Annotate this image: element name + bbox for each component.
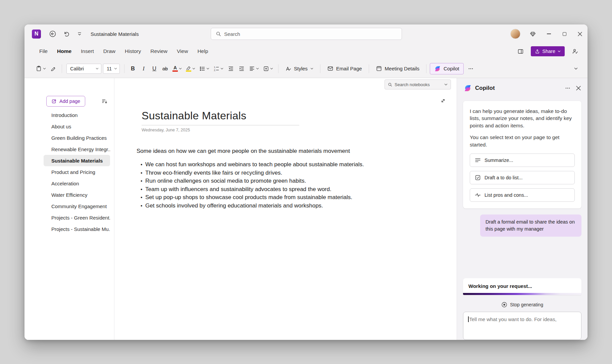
search-input[interactable]: Search — [211, 28, 402, 40]
page-title-box[interactable]: Sustainable Materials — [142, 110, 299, 125]
tab-help[interactable]: Help — [193, 46, 213, 56]
increase-indent-button[interactable] — [237, 63, 247, 74]
bullet-list: We can host fun workshops and webinars t… — [137, 161, 443, 210]
stop-generating-button[interactable]: Stop generating — [498, 300, 547, 309]
tab-insert[interactable]: Insert — [76, 46, 99, 56]
sort-pages-button[interactable] — [99, 96, 110, 107]
copilot-toolbar-button[interactable]: Copilot — [430, 63, 464, 74]
back-button[interactable] — [47, 28, 58, 40]
paste-button[interactable] — [34, 63, 48, 74]
bullet-item[interactable]: Get schools involved by offering educati… — [145, 202, 443, 210]
email-page-label: Email Page — [336, 66, 362, 71]
bullet-item[interactable]: Team up with influencers and sustainabil… — [145, 185, 443, 194]
expand-page-button[interactable] — [438, 96, 448, 106]
tag-button[interactable] — [261, 63, 275, 74]
add-page-row: Add page — [46, 96, 110, 107]
avatar[interactable] — [510, 29, 520, 39]
intro-paragraph[interactable]: Some ideas on how we can get more people… — [137, 148, 443, 155]
copilot-status-card: Working on your request... — [463, 278, 581, 295]
diamond-icon — [529, 31, 536, 37]
format-painter-icon — [50, 66, 56, 72]
maximize-button[interactable] — [557, 24, 572, 43]
presence-button[interactable] — [569, 46, 581, 57]
tab-view[interactable]: View — [172, 46, 193, 56]
undo-icon — [63, 31, 69, 37]
toolbar-divider — [320, 64, 320, 73]
tab-home[interactable]: Home — [52, 46, 76, 56]
strikethrough-button[interactable]: ab — [160, 63, 170, 74]
share-button[interactable]: Share — [531, 46, 565, 56]
tab-file[interactable]: File — [35, 46, 52, 56]
toolbar-divider — [278, 64, 278, 73]
close-button[interactable] — [572, 24, 588, 43]
tab-review[interactable]: Review — [146, 46, 172, 56]
page-item-acceleration[interactable]: Acceleration — [44, 178, 110, 189]
underline-button[interactable]: U — [149, 63, 159, 74]
expand-icon — [440, 98, 446, 104]
alignment-button[interactable] — [247, 63, 261, 74]
bullet-list-button[interactable] — [198, 63, 211, 74]
minimize-button[interactable] — [541, 24, 557, 43]
chevron-down-icon — [310, 67, 313, 70]
stop-generating-label: Stop generating — [510, 302, 543, 307]
draft-todo-button[interactable]: Draft a to do list... — [470, 171, 575, 184]
search-notebooks-input[interactable]: Search notebooks — [385, 79, 451, 89]
font-size-value: 11 — [107, 66, 112, 71]
copilot-chat-input[interactable]: Tell me what you want to do. For ideas, — [463, 312, 581, 340]
font-color-button[interactable]: A — [171, 63, 184, 74]
email-page-button[interactable]: Email Page — [324, 63, 365, 74]
font-name-select[interactable]: Calibri — [66, 64, 101, 74]
page-item-green-building[interactable]: Green Building Practices — [44, 132, 110, 143]
tab-draw[interactable]: Draw — [99, 46, 120, 56]
stop-icon — [501, 302, 507, 308]
page-item-renewable-energy[interactable]: Renewable Energy Integr... — [44, 143, 110, 155]
side-panes-button[interactable] — [515, 46, 526, 57]
pros-cons-button[interactable]: List pros and cons... — [470, 188, 575, 202]
main-area: Add page Introduction About us Green Bui… — [24, 78, 457, 340]
chevron-down-icon — [43, 67, 46, 70]
meeting-details-button[interactable]: Meeting Details — [372, 63, 423, 74]
page-item-about-us[interactable]: About us — [44, 121, 110, 132]
collapse-ribbon-button[interactable] — [571, 63, 581, 74]
user-prompt-bubble: Draft a formal email to share the ideas … — [480, 215, 581, 237]
numbered-list-button[interactable]: 1. 2. — [212, 63, 225, 74]
minimize-icon — [547, 34, 551, 34]
page-item-water-efficiency[interactable]: Water Efficiency — [44, 189, 110, 200]
bullet-item[interactable]: Run online challenges on social media to… — [145, 177, 443, 185]
highlight-button[interactable] — [184, 63, 197, 74]
more-commands-button[interactable] — [466, 63, 476, 74]
copilot-header: Copilot — [457, 78, 588, 96]
add-page-button[interactable]: Add page — [46, 96, 85, 107]
close-panel-icon[interactable] — [576, 86, 581, 90]
font-size-select[interactable]: 11 — [103, 64, 120, 74]
page-item-introduction[interactable]: Introduction — [44, 109, 110, 121]
page-item-projects-green-resident[interactable]: Projects - Green Resident... — [44, 212, 110, 223]
chevron-down-icon — [96, 67, 99, 70]
bullet-item[interactable]: We can host fun workshops and webinars t… — [145, 161, 443, 169]
page-item-community-engagement[interactable]: Community Engagement — [44, 200, 110, 212]
decrease-indent-button[interactable] — [226, 63, 236, 74]
bullet-item[interactable]: Set up pop-up shops to showcase cool pro… — [145, 193, 443, 202]
undo-button[interactable] — [60, 28, 72, 40]
page-item-sustainable-materials[interactable]: Sustainable Materials — [44, 155, 110, 166]
styles-button[interactable]: Styles — [282, 63, 317, 74]
page-item-projects-sustainable-mu[interactable]: Projects - Sustainable Mu... — [44, 223, 110, 235]
onenote-window: N Sustainable Materials S — [24, 24, 588, 340]
rewards-button[interactable] — [527, 28, 539, 40]
bullet-item[interactable]: Throw eco-friendly events like fairs or … — [145, 169, 443, 177]
bold-button[interactable]: B — [128, 63, 138, 74]
summarize-label: Summarize... — [484, 158, 513, 163]
copilot-intro-text-1: I can help you generate ideas, make to-d… — [470, 108, 575, 129]
quick-access-menu-button[interactable] — [74, 28, 85, 40]
page-item-product-pricing[interactable]: Product and Pricing — [44, 166, 110, 178]
ellipsis-icon[interactable] — [565, 85, 571, 91]
titlebar-right-cluster — [510, 24, 588, 43]
page-list: Introduction About us Green Building Pra… — [44, 109, 110, 235]
format-painter-button[interactable] — [48, 63, 58, 74]
toolbar-divider — [369, 64, 369, 73]
chevron-down-icon — [270, 67, 273, 70]
italic-button[interactable]: I — [139, 63, 149, 74]
summarize-button[interactable]: Summarize... — [470, 154, 575, 167]
page-canvas[interactable]: Search notebooks Sustainable Materials W… — [114, 78, 457, 340]
tab-history[interactable]: History — [120, 46, 146, 56]
